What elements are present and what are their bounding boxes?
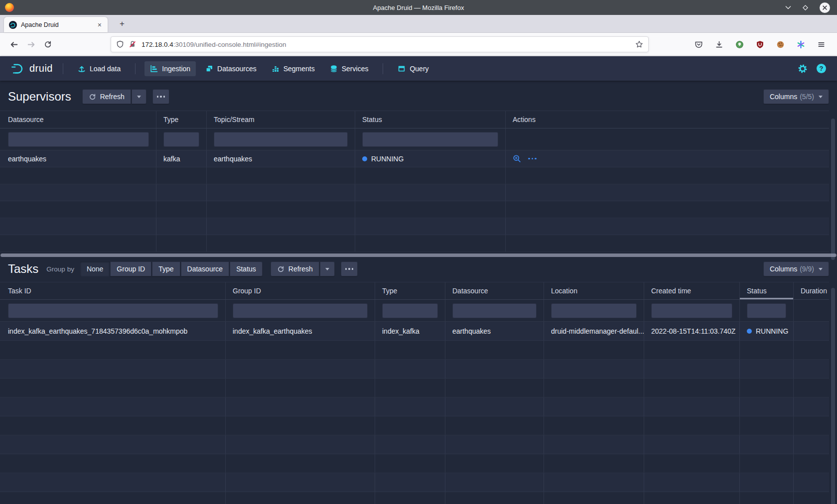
tasks-vertical-scrollbar[interactable] — [831, 288, 835, 504]
window-minimize-icon[interactable] — [785, 5, 791, 9]
group-by-datasource-button[interactable]: Datasource — [181, 261, 230, 276]
empty-cell — [226, 378, 375, 397]
datasource-filter-input[interactable] — [8, 132, 149, 147]
supervisors-vertical-scrollbar[interactable] — [831, 119, 835, 260]
nav-query[interactable]: Query — [392, 61, 434, 76]
horizontal-scrollbar[interactable] — [0, 253, 837, 257]
group-id-filter-input[interactable] — [233, 303, 368, 318]
cookie-extension-icon[interactable] — [772, 36, 788, 52]
location-filter-input[interactable] — [551, 303, 637, 318]
empty-cell — [794, 360, 829, 378]
empty-cell — [207, 235, 355, 252]
shield-icon[interactable] — [116, 40, 124, 48]
group-by-type-button[interactable]: Type — [152, 261, 180, 276]
supervisors-control-bar: Supervisors Refresh Columns (5/5) — [8, 89, 829, 105]
datasource-filter-input[interactable] — [452, 303, 537, 318]
druid-logo[interactable]: druid — [7, 61, 56, 76]
group-by-group-id-button[interactable]: Group ID — [110, 261, 151, 276]
empty-cell — [375, 397, 445, 416]
url-text[interactable]: 172.18.0.4:30109/unified-console.html#in… — [141, 41, 635, 48]
settings-gear-icon[interactable] — [798, 64, 808, 74]
refresh-label: Refresh — [100, 93, 125, 101]
task-id-filter-input[interactable] — [8, 303, 218, 318]
column-header-sorted[interactable]: Status — [740, 282, 794, 299]
empty-cell — [506, 201, 829, 218]
columns-count: (5/5) — [800, 93, 814, 101]
column-header[interactable]: Topic/Stream — [207, 111, 355, 128]
empty-cell — [156, 201, 207, 218]
tasks-columns-button[interactable]: Columns (9/9) — [763, 261, 829, 276]
tasks-more-button[interactable] — [341, 261, 358, 276]
empty-cell — [644, 360, 740, 378]
reload-button[interactable] — [40, 36, 56, 52]
download-icon[interactable] — [711, 36, 727, 52]
nav-load-data[interactable]: Load data — [72, 61, 126, 76]
supervisors-refresh-dropdown-button[interactable] — [132, 89, 146, 104]
url-bar[interactable]: 172.18.0.4:30109/unified-console.html#in… — [111, 36, 649, 52]
tasks-table: Task ID Group ID Type Datasource Locatio… — [0, 282, 829, 504]
nav-ingestion[interactable]: Ingestion — [144, 61, 196, 76]
column-header[interactable]: Task ID — [0, 282, 226, 299]
group-by-none-button[interactable]: None — [80, 261, 110, 276]
column-header[interactable]: Location — [544, 282, 644, 299]
supervisors-columns-button[interactable]: Columns (5/5) — [763, 89, 829, 104]
empty-cell — [794, 416, 829, 435]
column-header[interactable]: Datasource — [445, 282, 544, 299]
column-header[interactable]: Actions — [506, 111, 829, 128]
empty-cell — [226, 341, 375, 359]
column-header[interactable]: Duration — [794, 282, 829, 299]
hamburger-menu-icon[interactable] — [813, 36, 829, 52]
column-header[interactable]: Type — [375, 282, 445, 299]
help-icon[interactable]: ? — [817, 64, 826, 73]
empty-cell — [445, 435, 544, 454]
supervisors-refresh-button[interactable]: Refresh — [82, 89, 131, 104]
extension-green-icon[interactable] — [731, 36, 747, 52]
status-filter-input[interactable] — [747, 303, 786, 318]
browser-tab[interactable]: Apache Druid × — [4, 17, 108, 32]
supervisor-row[interactable]: earthquakes kafka earthquakes RUNNING — [0, 150, 829, 167]
empty-cell — [445, 360, 544, 378]
ublock-shield-icon[interactable] — [752, 36, 768, 52]
tasks-refresh-button[interactable]: Refresh — [271, 261, 319, 276]
empty-cell — [544, 341, 644, 359]
tasks-refresh-dropdown-button[interactable] — [320, 261, 335, 276]
column-header[interactable]: Created time — [644, 282, 740, 299]
tab-close-icon[interactable]: × — [96, 21, 104, 29]
new-tab-button[interactable]: + — [115, 16, 130, 31]
type-filter-input[interactable] — [382, 303, 438, 318]
nav-datasources[interactable]: Datasources — [200, 61, 262, 76]
window-close-icon[interactable] — [820, 2, 830, 13]
supervisors-more-button[interactable] — [152, 89, 169, 104]
nav-services[interactable]: Services — [324, 61, 374, 76]
task-row[interactable]: index_kafka_earthquakes_7184357396d6c0a_… — [0, 322, 829, 341]
bookmark-star-icon[interactable] — [635, 40, 643, 48]
empty-cell — [445, 378, 544, 397]
empty-cell — [0, 341, 226, 359]
group-by-status-button[interactable]: Status — [230, 261, 263, 276]
forward-button[interactable] — [23, 36, 39, 52]
empty-cell — [0, 235, 156, 252]
back-button[interactable] — [6, 36, 22, 52]
window-maximize-icon[interactable] — [802, 4, 809, 11]
status-filter-input[interactable] — [362, 132, 498, 147]
nav-segments[interactable]: Segments — [266, 61, 320, 76]
detail-magnifier-icon[interactable] — [513, 154, 521, 163]
empty-cell — [544, 360, 644, 378]
column-header[interactable]: Datasource — [0, 111, 156, 128]
empty-cell — [644, 416, 740, 435]
type-filter-input[interactable] — [163, 132, 199, 147]
lock-disabled-icon[interactable] — [129, 40, 137, 48]
column-header[interactable]: Group ID — [226, 282, 375, 299]
created-time-filter-input[interactable] — [651, 303, 732, 318]
topic-filter-input[interactable] — [214, 132, 348, 147]
empty-cell — [544, 397, 644, 416]
column-header[interactable]: Status — [355, 111, 506, 128]
colorful-asterisk-extension-icon[interactable] — [793, 36, 809, 52]
pocket-icon[interactable] — [691, 36, 706, 52]
empty-cell — [156, 167, 207, 184]
tab-title: Apache Druid — [21, 21, 96, 28]
stacked-chart-icon — [272, 65, 279, 73]
column-header[interactable]: Type — [156, 111, 207, 128]
row-more-actions-icon[interactable] — [528, 158, 537, 160]
nav-label: Segments — [283, 65, 315, 73]
